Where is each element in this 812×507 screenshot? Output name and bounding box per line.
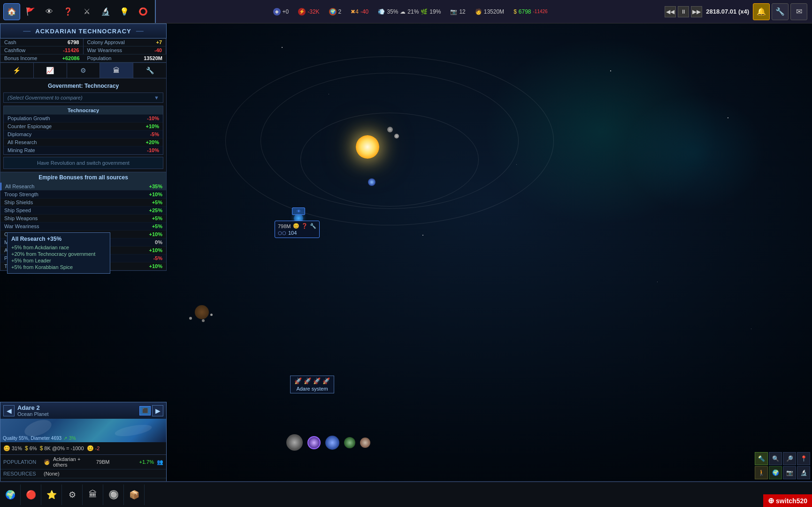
colony-approval-stat: Colony Approval +7 [84, 38, 167, 46]
nav-icon-home[interactable]: 🏠 [3, 3, 20, 20]
toggle-icon: ⬛ [142, 408, 148, 413]
zoom-in-icon-2[interactable]: 🔍 [769, 452, 782, 465]
planet-small-3 [394, 134, 399, 138]
nav-icon-research[interactable]: 🔬 [97, 3, 114, 20]
tax-value: 6% [30, 446, 37, 451]
revolution-button[interactable]: Have Revolution and switch government [3, 157, 163, 169]
speed-back-btn[interactable]: ◀◀ [665, 6, 676, 17]
notification-btn[interactable]: 🔔 [753, 3, 770, 20]
nav-icon-flag[interactable]: 🚩 [22, 3, 39, 20]
zoom-in-icon[interactable]: 🔦 [755, 452, 768, 465]
planet-info-card[interactable]: 798M 😊 ❓ 🔧 ⬡⬡ 104 [275, 221, 320, 238]
star-1 [282, 47, 283, 48]
gov-section: Government: Technocracy (Select Governme… [0, 78, 167, 172]
population-type: Ackdarian + others [53, 456, 93, 468]
star-2 [329, 94, 329, 94]
bonus-armor-strength-value: +10% [149, 247, 162, 253]
tab-tools[interactable]: 🔧 [133, 63, 166, 78]
ship-icon-1[interactable]: 🚀 [294, 377, 302, 384]
pin-icon[interactable]: 📍 [797, 452, 810, 465]
gov-compare-dropdown[interactable]: (Select Government to compare) ▼ [3, 92, 163, 103]
money-icon: $ [40, 445, 43, 452]
stat-energy-value: -32K [307, 8, 319, 15]
research-br-icon[interactable]: 🔬 [797, 466, 810, 479]
bottom-toolbar: 🌍 🔴 ⭐ ⚙ 🏛 🔘 📦 [0, 481, 812, 507]
bottom-icon-gear[interactable]: ⚙ [62, 484, 83, 505]
settings-btn[interactable]: 🔧 [772, 3, 789, 20]
stat-camera[interactable]: 📷 12 [450, 8, 465, 15]
map-icon[interactable]: 🌍 [769, 466, 782, 479]
camera-br-icon[interactable]: 📷 [783, 466, 796, 479]
moon-2 [202, 319, 205, 322]
bonus-all-research-label: All Research [5, 184, 34, 189]
bottom-icon-globe[interactable]: 🌍 [0, 484, 21, 505]
money-stat: $ 8K @0% = -1000 [40, 445, 84, 452]
zoom-out-icon[interactable]: 🔎 [783, 452, 796, 465]
br-icon-row-2: 🚶 🌍 📷 🔬 [755, 466, 810, 479]
bottom-icon-star[interactable]: ⭐ [41, 484, 62, 505]
ship-icon-4[interactable]: 🚀 [322, 377, 330, 384]
bonus-row-all-research[interactable]: All Research +35% [0, 183, 166, 191]
nav-icons: 🏠 🚩 👁 ❓ ⚔ 🔬 💡 ⭕ [0, 0, 156, 23]
nav-icon-eye[interactable]: 👁 [41, 3, 58, 20]
bottom-planet-5 [360, 438, 370, 448]
bottom-icon-dot[interactable]: 🔘 [103, 484, 124, 505]
stat-x4[interactable]: ✖4 -40 [351, 8, 368, 15]
switch-logo: ⊕ switch520 [763, 494, 812, 507]
planet-card-icon-tool: 🔧 [310, 223, 316, 229]
tax-stat: $ 6% [25, 445, 37, 452]
ship-icon-2[interactable]: 🚀 [304, 377, 311, 384]
speed-forward-btn[interactable]: ▶▶ [691, 6, 702, 17]
empire-divider-right: — [136, 27, 144, 35]
bottom-icon-warning[interactable]: 🔴 [21, 484, 41, 505]
planet-card-population: 798M [278, 223, 291, 229]
bonus-war-weariness-value: +5% [152, 223, 162, 229]
stat-cash[interactable]: $ 6798 -11426 [513, 8, 548, 15]
stat-energy[interactable]: ⚡ -32K [298, 8, 319, 15]
run-icon[interactable]: 🚶 [755, 466, 768, 479]
planet-small-1 [368, 178, 375, 186]
stat-influence-value: +0 [283, 8, 289, 15]
stat-leaf-value: 19% [429, 8, 441, 15]
bottom-icon-box[interactable]: 📦 [124, 484, 145, 505]
top-bar: 🏠 🚩 👁 ❓ ⚔ 🔬 💡 ⭕ ◆ +0 ⚡ -32K 🌍 2 ✖4 -40 💨… [0, 0, 812, 23]
mood-stat: 😐 -2 [87, 445, 100, 452]
ship-icon-3[interactable]: 🚀 [313, 377, 321, 384]
mail-btn[interactable]: ✉ [790, 3, 807, 20]
tech-mining-value: -10% [147, 147, 159, 153]
stat-planets[interactable]: 🌍 2 [329, 8, 342, 15]
planet-type: Ocean Planet [17, 411, 135, 417]
planet-nav-next[interactable]: ▶ [152, 405, 163, 416]
colony-indicator[interactable]: 👁 [292, 207, 305, 215]
bottom-planet-2[interactable] [307, 436, 321, 449]
colony-approval-value: +7 [156, 39, 162, 45]
tab-bar: ⚡ 📈 ⚙ 🏛 🔧 [0, 63, 167, 78]
stat-influence[interactable]: ◆ +0 [273, 8, 289, 15]
bonus-troop-str-value: +10% [149, 192, 162, 197]
cashflow-label: Cashflow [4, 47, 25, 53]
planet-details: 😊 31% $ 6% $ 8K @0% = -1000 😐 -2 [0, 442, 166, 454]
nav-icon-circle[interactable]: ⭕ [135, 3, 152, 20]
nav-icon-sword[interactable]: ⚔ [78, 3, 95, 20]
nav-icon-help[interactable]: ❓ [60, 3, 77, 20]
tech-pop-growth-value: -10% [147, 115, 159, 121]
tab-energy[interactable]: ⚡ [0, 63, 34, 78]
empire-bonuses-title: Empire Bonuses from all sources [0, 172, 166, 183]
tooltip-source-2: +20% from Technocracy government [11, 251, 106, 257]
tab-government[interactable]: 🏛 [100, 63, 133, 78]
planet-nav-prev[interactable]: ◀ [3, 405, 15, 416]
quality-text: Quality 55%, Diameter 4693 [3, 436, 61, 441]
top-stats: ◆ +0 ⚡ -32K 🌍 2 ✖4 -40 💨 35% ☁ 21% 🌿 19%… [156, 8, 665, 15]
bottom-icon-building[interactable]: 🏛 [83, 484, 103, 505]
speed-pause-btn[interactable]: ⏸ [678, 6, 689, 17]
stat-wind[interactable]: 💨 35% ☁ 21% 🌿 19% [378, 8, 441, 15]
growth-icon: ↗ [63, 436, 67, 441]
tab-settings[interactable]: ⚙ [67, 63, 100, 78]
tab-chart[interactable]: 📈 [34, 63, 67, 78]
stat-population[interactable]: 🧑 13520M [475, 8, 504, 15]
planet-toggle-btn[interactable]: ⬛ [139, 406, 151, 415]
bonus-ship-shields-label: Ship Shields [4, 200, 33, 205]
nav-icon-lightbulb[interactable]: 💡 [116, 3, 133, 20]
planet-small-2 [387, 127, 393, 132]
bonus-mining-rate-value: 0% [155, 239, 162, 245]
